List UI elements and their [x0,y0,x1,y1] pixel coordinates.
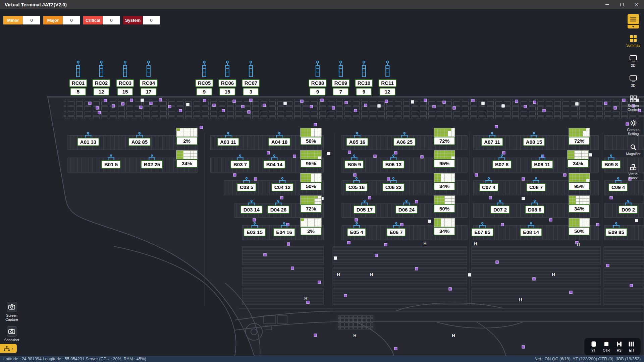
yard-block-B09[interactable]: B09 8 [601,155,621,169]
container-marker[interactable] [104,99,107,102]
yard-block-A03[interactable]: A03 11 [217,132,239,146]
container-marker[interactable] [524,105,527,108]
yard-block-B08[interactable]: B08 11 [531,155,553,169]
container-marker[interactable] [248,111,251,114]
quay-crane-RC04[interactable]: RC0417 [140,61,158,96]
tree-panel-toggle[interactable]: › [0,344,17,353]
yard-block-B04[interactable]: B04 14 [263,155,285,169]
container-marker[interactable] [501,223,504,226]
occupancy-tile[interactable]: 34% [569,195,590,213]
container-marker[interactable] [348,151,351,154]
quay-crane-RC10[interactable]: RC109 [355,61,373,96]
maximize-button[interactable] [614,0,629,9]
container-marker[interactable] [596,223,599,226]
quay-crane-RC02[interactable]: RC0212 [92,61,110,96]
container-marker[interactable] [314,123,317,126]
container-marker[interactable] [610,196,613,199]
yard-block-C08[interactable]: C08 7 [526,177,546,191]
container-marker[interactable] [301,100,304,103]
container-marker[interactable] [604,102,607,105]
yard-block-A08[interactable]: A08 15 [523,132,545,146]
vehicle-marker[interactable] [284,102,287,105]
toolbar-item-summay[interactable]: Summay [624,35,643,47]
yard-block-D03[interactable]: D03 14 [240,200,263,214]
container-marker[interactable] [233,100,236,103]
container-marker[interactable] [293,155,296,158]
container-marker[interactable] [489,196,492,199]
container-marker[interactable] [570,291,573,294]
yard-block-B03[interactable]: B03 7 [230,155,250,169]
occupancy-tile[interactable]: 34% [434,218,455,235]
occupancy-tile[interactable]: 34% [176,150,198,168]
vehicle-marker[interactable] [411,101,414,104]
toolbar-item-magnifier[interactable]: Magnifier [624,144,643,156]
occupancy-tile[interactable]: 2% [300,218,322,235]
container-marker[interactable] [89,102,92,105]
yard-block-B01[interactable]: B01 5 [101,155,121,169]
occupancy-tile[interactable]: 72% [434,128,455,145]
container-marker[interactable] [364,104,367,107]
yard-block-E06[interactable]: E06 7 [386,222,406,236]
vehicle-marker[interactable] [502,105,505,108]
container-marker[interactable] [543,109,546,112]
container-marker[interactable] [368,196,371,199]
vehicle-marker[interactable] [186,103,190,106]
container-marker[interactable] [200,126,203,129]
yard-block-E03[interactable]: E03 15 [244,222,266,236]
container-marker[interactable] [374,155,377,158]
yard-block-D09[interactable]: D09 2 [619,200,638,214]
occupancy-tile[interactable]: 95% [569,173,590,190]
container-marker[interactable] [533,101,536,104]
container-marker[interactable] [159,99,162,102]
container-marker[interactable] [549,219,552,222]
yard-block-D08[interactable]: D08 6 [525,200,544,214]
container-marker[interactable] [424,99,427,102]
container-marker[interactable] [222,109,225,112]
quay-crane-RC01[interactable]: RC015 [69,61,87,96]
yard-block-D07[interactable]: D07 2 [490,200,510,214]
snapshot-button[interactable]: Snapshot [1,326,22,342]
container-marker[interactable] [314,334,317,337]
occupancy-tile[interactable]: 34% [567,150,589,168]
occupancy-tile[interactable]: 72% [300,195,322,213]
close-button[interactable]: × [629,0,644,9]
container-marker[interactable] [253,219,256,222]
container-marker[interactable] [415,267,418,270]
container-marker[interactable] [347,241,351,244]
container-marker[interactable] [291,267,294,270]
yard-block-E07[interactable]: E07 85 [471,222,493,236]
occupancy-tile[interactable]: 2% [176,128,198,145]
container-marker[interactable] [267,152,270,155]
container-marker[interactable] [606,264,609,267]
container-marker[interactable] [310,105,313,108]
screen-capture-button[interactable]: Screen Capture [1,302,22,321]
yard-block-C03[interactable]: C03 5 [237,177,256,191]
occupancy-tile[interactable]: 34% [434,173,455,190]
container-marker[interactable] [263,104,266,107]
filter-eh-button[interactable]: EH [628,341,634,352]
quay-crane-RC05[interactable]: RC059 [195,61,213,96]
container-marker[interactable] [98,111,101,114]
hatch-marker[interactable]: H [353,333,356,338]
hatch-marker[interactable]: H [370,272,373,277]
vehicle-marker[interactable] [482,102,485,105]
container-marker[interactable] [533,278,536,281]
container-marker[interactable] [345,101,348,104]
hatch-marker[interactable]: H [552,272,555,277]
hatch-marker[interactable]: H [519,297,522,302]
container-marker[interactable] [502,152,505,155]
filter-yt-button[interactable]: YT [591,341,597,352]
occupancy-tile[interactable]: 50% [300,173,322,190]
container-marker[interactable] [280,196,283,199]
occupancy-tile[interactable]: 50% [434,195,455,213]
container-marker[interactable] [354,174,357,177]
container-marker[interactable] [307,301,310,304]
hatch-marker[interactable]: H [474,241,477,246]
vehicle-marker[interactable] [334,257,337,260]
occupancy-tile[interactable]: 50% [569,218,590,235]
yard-block-C06[interactable]: C06 22 [382,177,405,191]
toolbar-item-screen-control[interactable]: Screen Control [624,96,643,112]
main-menu-button[interactable] [628,14,639,24]
container-marker[interactable] [453,107,456,110]
yard-block-A06[interactable]: A06 25 [393,132,416,146]
